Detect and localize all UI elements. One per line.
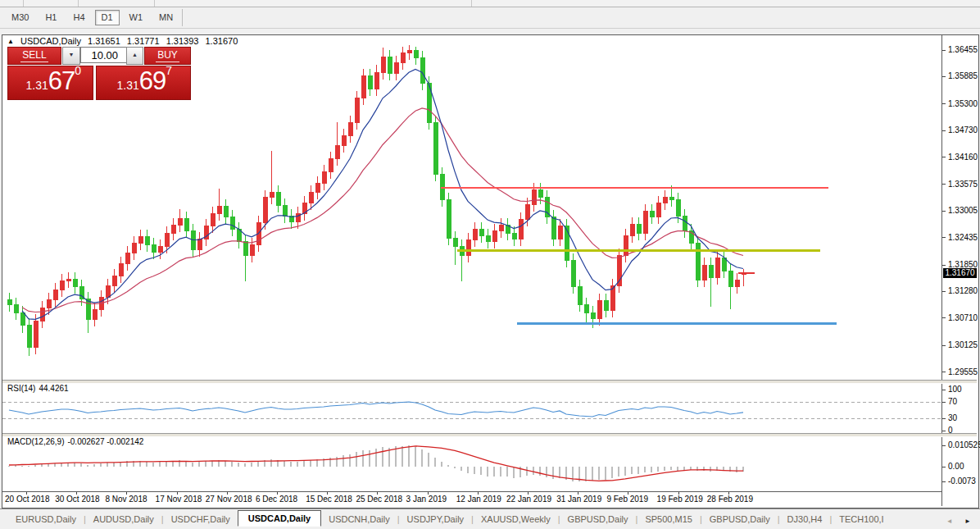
arrow-down-icon: ▼ <box>69 52 75 57</box>
price-axis-label: 1.31280 <box>948 286 978 295</box>
timeframe-button-h1[interactable]: H1 <box>39 10 63 25</box>
price-axis-tick <box>942 211 946 212</box>
macd-axis-label: 0.010525 <box>948 440 980 449</box>
chart-symbol-label: USDCAD,Daily <box>20 36 81 46</box>
volume-input[interactable] <box>80 47 127 63</box>
ohlc-high: 1.31771 <box>127 36 160 46</box>
collapse-trade-panel-icon[interactable]: ▲ <box>7 38 14 45</box>
rsi-axis-label: 70 <box>948 397 957 406</box>
tab-scroll-left-icon[interactable]: ◄ <box>942 518 957 525</box>
price-axis-label: 1.35300 <box>948 99 978 108</box>
date-axis-label: 28 Feb 2019 <box>707 495 753 504</box>
ohlc-low: 1.31393 <box>166 36 199 46</box>
window-top-strip <box>0 0 980 7</box>
timeframe-button-h4[interactable]: H4 <box>66 10 91 25</box>
buy-button[interactable]: BUY <box>144 47 191 65</box>
toolbar-separator <box>182 9 183 26</box>
tab-scroll-right-icon[interactable]: ► <box>960 518 975 525</box>
price-axis-tick <box>942 291 946 292</box>
price-axis-label: 1.33575 <box>948 180 978 189</box>
timeframe-button-m30[interactable]: M30 <box>5 10 35 25</box>
pane-splitter[interactable] <box>2 380 977 384</box>
tab-usdcnh-4[interactable]: USDCNH,Daily <box>321 512 397 527</box>
chart-tabs: EURUSD,Daily|AUDUSD,Daily|USDCHF,DailyUS… <box>8 511 892 527</box>
macd-axis-label: 0.00 <box>948 462 964 471</box>
toolbar-separator <box>23 0 24 7</box>
timeframe-button-mn[interactable]: MN <box>152 10 179 25</box>
tab-usdcad-3[interactable]: USDCAD,Daily <box>238 510 321 527</box>
toolbar-separator <box>78 0 79 7</box>
date-axis-label: 6 Dec 2018 <box>256 495 297 504</box>
price-axis-label: 1.30125 <box>948 340 978 349</box>
price-axis-label: 1.33005 <box>948 206 978 215</box>
buy-price-big: 69 <box>139 66 166 95</box>
buy-price-box[interactable]: 1.31697 <box>96 66 191 100</box>
price-axis-tick <box>942 76 946 77</box>
tab-usdjpy-5[interactable]: USDJPY,Daily <box>400 512 472 527</box>
sell-price-pip: 0 <box>75 64 81 77</box>
macd-axis-tick <box>942 481 946 482</box>
date-axis-label: 22 Jan 2019 <box>506 495 551 504</box>
date-axis-label: 9 Feb 2019 <box>606 495 648 504</box>
price-axis-label: 1.30710 <box>948 313 978 322</box>
tab-usdchf-2[interactable]: USDCHF,Daily <box>164 512 238 527</box>
volume-decrease-button[interactable]: ▼ <box>62 47 80 65</box>
rsi-pane-canvas[interactable] <box>2 382 941 433</box>
tab-tech100-11[interactable]: TECH100,I <box>832 512 891 527</box>
current-price-tag: 1.31670 <box>943 268 977 278</box>
date-axis-label: 27 Nov 2018 <box>206 495 252 504</box>
buy-price-pip: 7 <box>166 64 172 77</box>
tab-audusd-1[interactable]: AUDUSD,Daily <box>86 512 161 527</box>
date-axis-label: 30 Oct 2018 <box>55 495 99 504</box>
price-axis-label: 1.29555 <box>948 367 978 376</box>
price-axis-label: 1.34730 <box>948 125 978 135</box>
ohlc-open: 1.31651 <box>88 36 120 46</box>
tab-scroll-controls: ◄ ► <box>942 512 975 527</box>
tab-gbpusd-9[interactable]: GBPUSD,Daily <box>702 512 778 527</box>
tab-eurusd-0[interactable]: EURUSD,Daily <box>8 512 84 527</box>
sell-button[interactable]: SELL <box>7 47 61 65</box>
timeframe-toolbar: M30H1H4D1W1MN <box>0 7 980 29</box>
rsi-axis-label: 30 <box>948 413 957 422</box>
sell-price-box[interactable]: 1.31670 <box>7 66 93 100</box>
date-axis-label: 17 Nov 2018 <box>156 495 202 504</box>
macd-axis-label: -0.0073 <box>948 477 976 486</box>
arrow-up-icon: ▲ <box>132 52 138 57</box>
price-axis-tick <box>942 184 946 185</box>
macd-axis-tick <box>942 445 946 446</box>
chart-title-row: ▲ USDCAD,Daily 1.31651 1.31771 1.31393 1… <box>7 36 242 47</box>
price-axis-label: 1.35885 <box>948 71 978 80</box>
rsi-axis-tick <box>942 431 946 431</box>
tab-xauusd-6[interactable]: XAUUSD,Weekly <box>474 512 558 527</box>
macd-axis-tick <box>942 467 946 467</box>
rsi-axis-label: 100 <box>948 385 962 394</box>
tab-sp500-8[interactable]: SP500,M15 <box>637 512 699 527</box>
pane-splitter[interactable] <box>2 433 977 437</box>
date-axis-label: 3 Jan 2019 <box>406 495 447 504</box>
tab-gbpusd-7[interactable]: GBPUSD,Daily <box>560 512 636 527</box>
timeframe-buttons: M30H1H4D1W1MN <box>0 7 980 25</box>
sell-price-prefix: 1.31 <box>25 79 48 92</box>
timeframe-button-d1[interactable]: D1 <box>95 10 120 25</box>
rsi-label: RSI(14)44.4261 <box>7 384 72 393</box>
date-axis-label: 12 Jan 2019 <box>456 495 501 504</box>
rsi-axis-tick <box>942 390 946 390</box>
date-axis-label: 15 Dec 2018 <box>306 495 352 504</box>
sell-price-big: 67 <box>48 66 75 95</box>
date-axis-label: 19 Feb 2019 <box>657 495 703 504</box>
price-axis-tick <box>942 157 946 157</box>
chart-window: ▲ USDCAD,Daily 1.31651 1.31771 1.31393 1… <box>2 34 979 508</box>
date-axis-label: 8 Nov 2018 <box>105 495 147 504</box>
price-axis-label: 1.36455 <box>948 45 978 54</box>
timeframe-button-w1[interactable]: W1 <box>123 10 150 25</box>
price-axis-tick <box>942 103 946 104</box>
tab-dj30-10[interactable]: DJ30,H4 <box>780 512 830 527</box>
price-axis-tick <box>942 265 946 266</box>
price-axis-tick <box>942 130 946 131</box>
toolbar-separator <box>471 0 472 7</box>
price-axis-tick <box>942 372 946 372</box>
volume-increase-button[interactable]: ▲ <box>126 47 143 65</box>
date-axis: 20 Oct 201830 Oct 20188 Nov 201817 Nov 2… <box>2 491 941 507</box>
one-click-trading-panel: SELL ▼ ▲ BUY 1.31670 1.31697 <box>7 47 189 100</box>
date-axis-label: 31 Jan 2019 <box>556 495 601 504</box>
